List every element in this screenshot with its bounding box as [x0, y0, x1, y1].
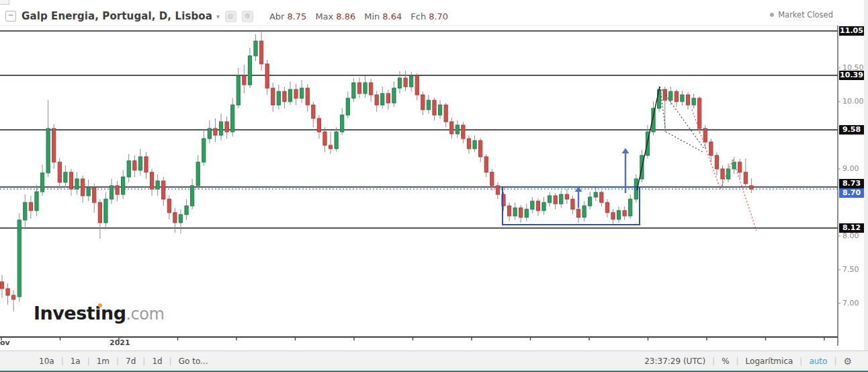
candle-down: [167, 199, 171, 213]
price-level-badge: 11.05: [839, 26, 864, 36]
candle-up: [542, 202, 546, 211]
candle-down: [265, 64, 269, 88]
candle-down: [565, 194, 568, 199]
candle-up: [455, 125, 459, 134]
time-tick-label: 2021: [110, 338, 130, 347]
percent-scale-button[interactable]: %: [715, 357, 736, 366]
current-price-badge: 8.70: [839, 188, 864, 198]
candle-down: [225, 122, 228, 132]
candle-down: [611, 213, 615, 219]
bottom-toolbar: 10a|1a|1m|7d|1d|Go to... 23:37:29 (UTC) …: [0, 350, 868, 371]
candle-up: [658, 89, 661, 108]
candle-up: [87, 188, 90, 196]
candle-up: [231, 105, 234, 132]
candle-down: [294, 89, 298, 98]
gear-icon[interactable]: ⚙: [836, 356, 859, 367]
candle-up: [191, 186, 194, 206]
candle-up: [40, 173, 44, 192]
candle-up: [127, 161, 130, 177]
candle-down: [6, 289, 9, 295]
range-buttons: 10a|1a|1m|7d|1d|Go to...: [32, 357, 214, 366]
price-axis[interactable]: 10.5010.009.008.007.507.0011.0510.399.58…: [838, 26, 864, 347]
candle-down: [144, 157, 148, 172]
projection-line-red[interactable]: [733, 159, 756, 231]
watermark-suffix: .com: [126, 305, 164, 324]
price-tick-label: 10.00: [842, 97, 864, 106]
candle-down: [93, 188, 96, 202]
candle-down: [116, 186, 119, 194]
candle-down: [576, 209, 580, 217]
candle-up: [692, 98, 695, 105]
candle-down: [554, 196, 557, 204]
candle-down: [271, 88, 275, 105]
candle-up: [392, 88, 396, 103]
toolbar-right: 23:37:29 (UTC) | % | Logarítmica | auto …: [638, 356, 859, 367]
candle-up: [75, 179, 79, 189]
candle-down: [283, 91, 286, 102]
candle-up: [629, 199, 632, 216]
candle-down: [386, 94, 390, 103]
candle-down: [686, 95, 689, 105]
range-button-goto[interactable]: Go to...: [172, 357, 215, 366]
candle-down: [433, 100, 436, 115]
candle-down: [306, 88, 309, 105]
candle-up: [548, 196, 552, 202]
candle-down: [444, 105, 447, 122]
candle-up: [110, 186, 113, 199]
candle-down: [709, 142, 713, 155]
candle-up: [138, 157, 142, 170]
candle-down: [623, 211, 626, 216]
candle-down: [462, 125, 465, 139]
right-edge-strip: [864, 0, 868, 372]
investing-watermark: Investing.com: [34, 303, 164, 324]
candle-up: [427, 100, 430, 110]
candle-down: [721, 169, 724, 179]
candle-down: [450, 122, 453, 134]
chart-window: − Galp Energia, Portugal, D, Lisboa ▾ ◎ …: [0, 0, 868, 372]
up-arrow-head[interactable]: [622, 148, 630, 153]
candle-up: [594, 192, 597, 197]
candle-up: [473, 141, 476, 149]
candle-up: [254, 41, 257, 56]
candle-up: [24, 202, 27, 220]
dotted-trend-line[interactable]: [666, 132, 704, 153]
candle-down: [415, 76, 419, 95]
candle-up: [589, 197, 592, 206]
candle-down: [370, 83, 373, 95]
candle-up: [525, 209, 528, 217]
candle-down: [484, 157, 488, 172]
candle-down: [260, 41, 263, 64]
watermark-brand: Investing: [34, 303, 126, 324]
trend-line[interactable]: [637, 87, 660, 190]
candle-up: [582, 206, 586, 217]
projection-line-red[interactable]: [692, 110, 720, 189]
candle-up: [341, 115, 344, 132]
range-button-10a[interactable]: 10a: [32, 357, 61, 366]
candle-down: [519, 208, 523, 217]
range-button-1d[interactable]: 1d: [145, 357, 169, 366]
candle-down: [29, 202, 32, 211]
clock-display[interactable]: 23:37:29 (UTC): [638, 357, 712, 366]
range-button-1m[interactable]: 1m: [90, 357, 116, 366]
candle-up: [236, 76, 240, 105]
candle-up: [681, 95, 684, 102]
range-button-1a[interactable]: 1a: [64, 357, 87, 366]
range-button-7d[interactable]: 7d: [119, 357, 142, 366]
auto-scale-button[interactable]: auto: [802, 357, 834, 366]
candle-up: [335, 132, 338, 149]
log-scale-button[interactable]: Logarítmica: [739, 357, 800, 366]
candle-up: [669, 91, 672, 100]
candle-down: [703, 128, 707, 142]
candle-down: [600, 192, 603, 202]
candle-down: [0, 282, 3, 289]
candle-down: [750, 186, 753, 189]
candle-down: [571, 199, 574, 209]
candle-down: [173, 213, 177, 223]
price-level-badge: 8.12: [839, 223, 864, 233]
candle-up: [122, 177, 125, 194]
candle-up: [410, 76, 413, 87]
candle-up: [617, 211, 620, 219]
candle-down: [421, 95, 425, 110]
candle-up: [104, 199, 107, 223]
candle-down: [12, 295, 15, 299]
